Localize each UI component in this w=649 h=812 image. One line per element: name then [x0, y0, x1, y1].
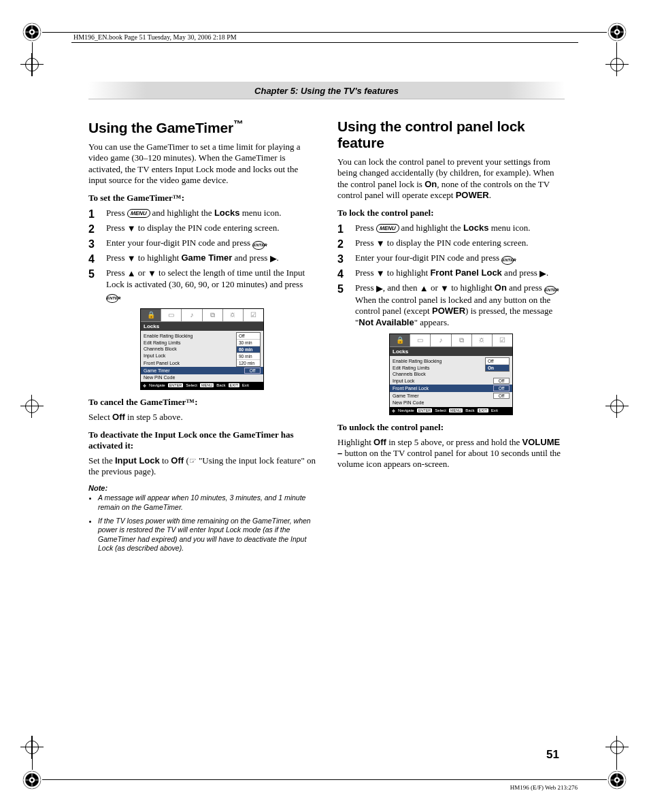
section-title-control-lock: Using the control panel lock feature [337, 118, 565, 151]
osd-tab-icon: ☑ [244, 309, 263, 322]
osd-screenshot-gametimer: 🔒 ▭ ♪ ⧉ ⛭ ☑ Locks Enable Rating Blocking… [140, 308, 264, 390]
subhead-cancel-gametimer: To cancel the GameTimer™: [88, 397, 316, 408]
cancel-gametimer-body: Select Off in step 5 above. [88, 412, 316, 423]
page-number: 51 [546, 748, 559, 762]
osd-screenshot-panel-lock: 🔒 ▭ ♪ ⧉ ⛭ ☑ Locks Enable Rating Blocking… [389, 334, 513, 415]
subhead-deactivate-inputlock: To deactivate the Input Lock once the Ga… [88, 429, 316, 451]
note-heading: Note: [88, 484, 316, 492]
note-item: If the TV loses power with time remainin… [98, 517, 316, 554]
deactivate-inputlock-body: Set the Input Lock to Off (☞ "Using the … [88, 455, 316, 478]
registration-mark-icon [22, 22, 41, 42]
crop-line [616, 736, 617, 770]
gametimer-intro: You can use the GameTimer to set a time … [88, 142, 316, 186]
registration-mark-icon [608, 770, 627, 790]
osd-row: Front Panel LockOff [390, 385, 512, 392]
osd-tab-icon: ♪ [182, 309, 202, 322]
right-arrow-icon: ▶ [539, 268, 546, 279]
osd-tab-icon: ☑ [493, 334, 512, 347]
osd-row: New PIN Code [390, 400, 512, 406]
step-2: Press ▼ to display the PIN code entering… [88, 223, 316, 236]
crop-line [32, 42, 33, 76]
registration-mark-icon [22, 770, 41, 790]
step-3: Enter your four-digit PIN code and press… [88, 238, 316, 251]
osd-popup: OffOn [485, 357, 510, 372]
chapter-heading: Chapter 5: Using the TV's features [88, 82, 565, 99]
step-4: Press ▼ to highlight Game Timer and pres… [88, 253, 316, 266]
up-arrow-icon: ▲ [420, 283, 429, 294]
unlock-panel-body: Highlight Off in step 5 above, or press … [337, 437, 565, 470]
crop-line [42, 32, 607, 33]
footer-doc-id: HM196 (E/F) Web 213:276 [510, 784, 578, 791]
svg-point-7 [616, 31, 618, 33]
crosshair-icon [605, 736, 629, 759]
step-5: Press ▲ or ▼ to select the length of tim… [88, 267, 316, 303]
svg-point-3 [31, 31, 33, 33]
svg-point-15 [616, 779, 618, 781]
osd-row: Channels Block [390, 371, 512, 377]
osd-tab-icon: ▭ [161, 309, 182, 322]
osd-title: Locks [141, 322, 263, 331]
crosshair-icon [605, 395, 629, 418]
down-arrow-icon: ▼ [376, 238, 385, 249]
note-item: A message will appear when 10 minutes, 3… [98, 493, 316, 512]
control-lock-intro: You can lock the control panel to preven… [337, 157, 565, 201]
enter-button-icon: ENTER [106, 294, 118, 303]
registration-mark-icon [608, 22, 627, 42]
step-1: Press MENU and highlight the Locks menu … [337, 223, 565, 236]
steps-lock-panel: Press MENU and highlight the Locks menu … [337, 223, 565, 328]
subhead-set-gametimer: To set the GameTimer™: [88, 193, 316, 204]
osd-tab-icon: ⧉ [203, 309, 223, 322]
osd-tab-icon: ♪ [431, 334, 451, 347]
step-2: Press ▼ to display the PIN code entering… [337, 238, 565, 251]
down-arrow-icon: ▼ [148, 268, 156, 279]
osd-tab-locks-icon: 🔒 [390, 334, 410, 347]
right-arrow-icon: ▶ [270, 253, 277, 264]
enter-button-icon: ENTER [544, 286, 556, 295]
osd-tab-icon: ⛭ [472, 334, 493, 347]
step-4: Press ▼ to highlight Front Panel Lock an… [337, 267, 565, 281]
svg-point-11 [31, 779, 33, 781]
crossref-icon: ☞ [189, 456, 197, 466]
note-list: A message will appear when 10 minutes, 3… [88, 493, 316, 553]
right-arrow-icon: ▶ [376, 283, 383, 294]
crop-line [616, 42, 617, 76]
osd-row: New PIN Code [141, 374, 263, 380]
subhead-unlock-panel: To unlock the control panel: [337, 422, 565, 433]
osd-tab-icon: ▭ [410, 334, 431, 347]
nav-icon: ✥ [392, 408, 395, 413]
crop-line [32, 736, 33, 770]
down-arrow-icon: ▼ [127, 223, 136, 234]
osd-row: Game TimerOff [390, 392, 512, 400]
osd-row: Input LockOff [390, 377, 512, 385]
subhead-lock-panel: To lock the control panel: [337, 208, 565, 218]
nav-icon: ✥ [143, 383, 146, 388]
header-rule [71, 42, 578, 43]
enter-button-icon: ENTER [252, 241, 265, 250]
crop-line [42, 779, 607, 780]
menu-button-icon: MENU [127, 209, 150, 218]
osd-row: Game TimerOff [141, 367, 263, 374]
step-3: Enter your four-digit PIN code and press… [337, 253, 565, 266]
osd-tab-locks-icon: 🔒 [141, 309, 161, 322]
crosshair-icon [20, 395, 44, 418]
section-title-gametimer: Using the GameTimer™ [88, 118, 316, 136]
step-5: Press ▶, and then ▲ or ▼ to highlight On… [337, 282, 565, 328]
osd-tab-icon: ⛭ [223, 309, 244, 322]
osd-title: Locks [390, 347, 512, 356]
menu-button-icon: MENU [376, 224, 399, 233]
column-right: Using the control panel lock feature You… [337, 118, 565, 557]
osd-popup: Off30 min60 min90 min120 min [236, 332, 261, 367]
step-1: Press MENU and highlight the Locks menu … [88, 208, 316, 221]
osd-footer: ✥Navigate ENTERSelect MENUBack EXITExit [390, 407, 512, 415]
down-arrow-icon: ▼ [376, 268, 385, 279]
crosshair-icon [605, 53, 629, 76]
down-arrow-icon: ▼ [440, 283, 449, 294]
down-arrow-icon: ▼ [127, 253, 136, 264]
osd-tab-icon: ⧉ [452, 334, 472, 347]
header-filename: HM196_EN.book Page 51 Tuesday, May 30, 2… [73, 33, 237, 41]
column-left: Using the GameTimer™ You can use the Gam… [88, 118, 316, 557]
enter-button-icon: ENTER [501, 256, 514, 265]
up-arrow-icon: ▲ [127, 268, 136, 279]
steps-set-gametimer: Press MENU and highlight the Locks menu … [88, 208, 316, 303]
osd-footer: ✥Navigate ENTERSelect MENUBack EXITExit [141, 382, 263, 389]
